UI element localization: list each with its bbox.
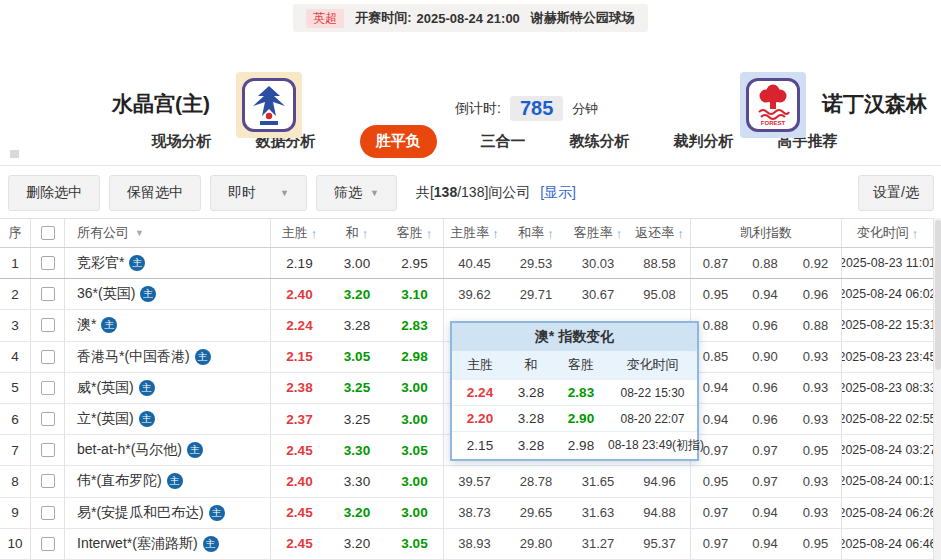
row-number: 1 <box>0 248 30 278</box>
row-checkbox[interactable] <box>41 318 55 332</box>
kelly-draw: 0.94 <box>740 529 790 559</box>
away-odds: 2.98 <box>386 342 443 372</box>
kickoff-label: 开赛时间: <box>355 9 411 27</box>
change-time: 2025-08-24 06:26 <box>841 498 933 528</box>
kelly-draw: 0.96 <box>740 404 790 434</box>
kelly-draw: 0.97 <box>740 466 790 496</box>
row-number: 5 <box>0 373 30 403</box>
company-name: Interwet*(塞浦路斯) <box>77 535 198 553</box>
popup-header-cell: 客胜 <box>554 356 608 374</box>
row-checkbox[interactable] <box>41 537 55 551</box>
away-odds: 3.00 <box>386 498 443 528</box>
settings-button[interactable]: 设置/选 <box>858 175 934 211</box>
vertical-scrollbar[interactable] <box>933 218 941 560</box>
draw-odds: 3.00 <box>328 248 386 278</box>
row-checkbox[interactable] <box>41 412 55 426</box>
keep-selected-button[interactable]: 保留选中 <box>109 175 201 211</box>
company-cell[interactable]: 澳*主 <box>64 310 270 340</box>
popup-draw-odds: 3.28 <box>508 411 554 426</box>
scrollbar-thumb[interactable] <box>935 220 941 370</box>
chevron-down-icon: ▼ <box>280 188 289 198</box>
company-name: 易*(安提瓜和巴布达) <box>77 504 204 522</box>
change-time: 2025-08-23 11:01 <box>841 248 933 278</box>
change-time: 2025-08-24 03:27 <box>841 435 933 465</box>
header-away-odds[interactable]: 客胜 ↑ <box>386 219 443 247</box>
row-checkbox[interactable] <box>41 443 55 457</box>
popup-data-row: 2.153.282.9808-18 23:49(初指) <box>452 431 697 459</box>
header-company[interactable]: 所有公司 ▼ <box>64 219 270 247</box>
header-home-odds[interactable]: 主胜 ↑ <box>270 219 328 247</box>
delete-selected-button[interactable]: 删除选中 <box>8 175 100 211</box>
checkbox-cell <box>30 498 64 528</box>
show-link[interactable]: [显示] <box>540 184 576 200</box>
company-cell[interactable]: Interwet*(塞浦路斯)主 <box>64 529 270 559</box>
league-badge: 英超 <box>306 9 344 28</box>
away-odds: 3.05 <box>386 529 443 559</box>
away-rate-value: 31.63 <box>567 498 629 528</box>
row-checkbox[interactable] <box>41 381 55 395</box>
row-checkbox[interactable] <box>41 287 55 301</box>
header-draw-rate[interactable]: 和率 ↑ <box>505 219 567 247</box>
sort-asc-icon: ↑ <box>677 226 684 241</box>
tab-live-analysis[interactable]: 现场分析 <box>152 132 212 151</box>
kelly-home: 0.97 <box>690 529 740 559</box>
kelly-draw: 0.90 <box>740 342 790 372</box>
away-rate-value: 31.65 <box>567 466 629 496</box>
home-rate-value: 39.57 <box>443 466 505 496</box>
kelly-away: 0.95 <box>790 435 841 465</box>
instant-dropdown[interactable]: 即时 ▼ <box>210 175 307 211</box>
company-cell[interactable]: bet-at-h*(马尔他)主 <box>64 435 270 465</box>
company-cell[interactable]: 易*(安提瓜和巴布达)主 <box>64 498 270 528</box>
header-home-label: 主胜 <box>282 224 308 242</box>
home-badge-icon: 主 <box>140 286 156 302</box>
popup-header-row: 主胜和客胜变化时间 <box>452 351 697 379</box>
company-cell[interactable]: 伟*(直布罗陀)主 <box>64 466 270 496</box>
draw-odds: 3.05 <box>328 342 386 372</box>
header-away-rate[interactable]: 客胜率 ↑ <box>567 219 629 247</box>
tab-win-draw-lose[interactable]: 胜平负 <box>360 125 437 158</box>
company-name: 立*(英国) <box>77 410 134 428</box>
draw-rate-value: 29.80 <box>505 529 567 559</box>
header-home-rate[interactable]: 主胜率 ↑ <box>443 219 505 247</box>
popup-header-cell: 主胜 <box>452 356 508 374</box>
tab-coach-analysis[interactable]: 教练分析 <box>570 132 630 151</box>
table-row: 236*(英国)主2.403.203.1039.6229.7130.6795.0… <box>0 279 933 310</box>
popup-title: 澳* 指数变化 <box>452 323 697 351</box>
change-time: 2025-08-22 02:55 <box>841 404 933 434</box>
company-cell[interactable]: 立*(英国)主 <box>64 404 270 434</box>
match-info-pill: 英超 开赛时间: 2025-08-24 21:00 谢赫斯特公园球场 <box>293 4 648 32</box>
header-seq: 序 <box>0 219 30 247</box>
company-cell[interactable]: 威*(英国)主 <box>64 373 270 403</box>
header-draw-odds[interactable]: 和 ↑ <box>328 219 386 247</box>
draw-odds: 3.25 <box>328 373 386 403</box>
row-checkbox[interactable] <box>41 506 55 520</box>
header-return-rate[interactable]: 返还率 ↑ <box>629 219 690 247</box>
company-cell[interactable]: 36*(英国)主 <box>64 279 270 309</box>
change-time: 2025-08-24 06:46 <box>841 529 933 559</box>
company-cell[interactable]: 香港马*(中国香港)主 <box>64 342 270 372</box>
away-odds: 3.05 <box>386 435 443 465</box>
header-change-time[interactable]: 变化时间 ↑ <box>841 219 933 247</box>
tab-three-in-one[interactable]: 三合一 <box>481 132 526 151</box>
row-checkbox[interactable] <box>41 474 55 488</box>
kelly-away: 0.93 <box>790 373 841 403</box>
select-all-checkbox[interactable] <box>41 226 55 240</box>
filter-dropdown[interactable]: 筛选 ▼ <box>316 175 397 211</box>
company-cell[interactable]: 竞彩官*主 <box>64 248 270 278</box>
header-kelly-label: 凯利指数 <box>740 224 792 242</box>
row-number: 8 <box>0 466 30 496</box>
row-number: 4 <box>0 342 30 372</box>
draw-rate-value: 28.78 <box>505 466 567 496</box>
row-checkbox[interactable] <box>41 256 55 270</box>
checkbox-cell <box>30 279 64 309</box>
kelly-home: 0.97 <box>690 498 740 528</box>
tab-referee-analysis[interactable]: 裁判分析 <box>674 132 734 151</box>
away-odds: 2.83 <box>386 310 443 340</box>
row-checkbox[interactable] <box>41 350 55 364</box>
away-odds: 3.00 <box>386 404 443 434</box>
return-rate-value: 94.88 <box>629 498 690 528</box>
header-draw-label: 和 <box>346 224 359 242</box>
home-odds: 2.45 <box>270 498 328 528</box>
kelly-home: 0.87 <box>690 248 740 278</box>
away-odds: 2.95 <box>386 248 443 278</box>
